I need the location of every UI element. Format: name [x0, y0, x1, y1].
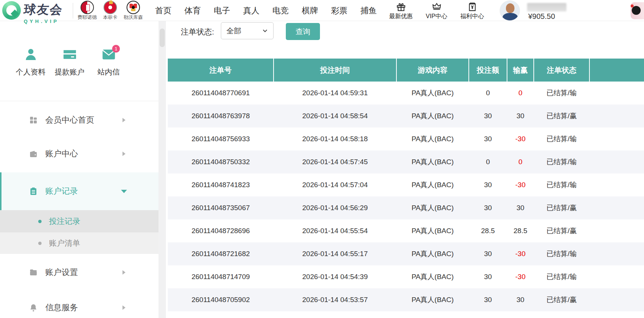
profile-shortcut[interactable]: 个人资料 [11, 47, 50, 77]
quick-label: 福利中心 [460, 13, 484, 20]
cell-extra [589, 265, 644, 288]
sidebar-item-member-home[interactable]: 会员中心首页 [0, 109, 158, 131]
sidebar-item-label: 账户设置 [45, 267, 78, 278]
cell-extra [589, 105, 644, 127]
cell-time: 2026-01-14 04:55:54 [274, 219, 396, 242]
sidebar-item-account-settings[interactable]: 账户设置 [0, 261, 158, 284]
folder-icon [29, 268, 38, 277]
avatar-head [506, 3, 514, 13]
chevron-down-icon [262, 28, 268, 34]
bet-status-select[interactable]: 全部 [221, 22, 274, 39]
cell-extra [589, 196, 644, 219]
promotions-button[interactable]: 最新优惠 [383, 0, 419, 21]
nav-sports[interactable]: 体育 [184, 5, 201, 16]
brand-text[interactable]: 球友会 QYH.VIP [24, 1, 63, 24]
user-avatar[interactable] [500, 0, 520, 21]
table-row: 2601140487706912026-01-14 04:59:31PA真人(B… [168, 82, 644, 105]
cell-extra [589, 173, 644, 196]
main-nav: 首页 体育 电子 真人 电竞 棋牌 彩票 捕鱼 [155, 0, 377, 21]
cell-status: 已结算/赢 [534, 196, 589, 219]
cell-status: 已结算/输 [534, 173, 589, 196]
leverkusen-crest-icon [127, 1, 140, 14]
profile-shortcuts: 个人资料 提款账户 1 站内信 [11, 47, 128, 77]
partner-leverkusen: 勒沃库森 [122, 0, 145, 21]
table-row: 2601140487569332026-01-14 04:58:18PA真人(B… [168, 127, 644, 150]
cell-time: 2026-01-14 04:56:29 [274, 196, 396, 219]
sidebar-item-account-records[interactable]: 账户记录 [0, 180, 158, 202]
shortcut-label: 站内信 [98, 67, 120, 77]
dashboard-icon [29, 115, 38, 125]
welfare-center-button[interactable]: 福利中心 [454, 0, 490, 21]
col-bet-amount: 投注额 [469, 59, 507, 82]
nav-esports[interactable]: 电竞 [272, 5, 289, 16]
bet-status-filter-label: 注单状态: [181, 27, 214, 37]
benfica-crest-icon [104, 1, 117, 14]
table-row: 2601140487059022026-01-14 04:53:57PA真人(B… [168, 288, 644, 311]
nav-chess[interactable]: 棋牌 [302, 5, 318, 16]
cell-win-loss: 30 [507, 196, 534, 219]
avatar-body [503, 13, 518, 21]
nav-fishing[interactable]: 捕鱼 [360, 5, 377, 16]
cell-bet-no: 260114048735067 [168, 196, 274, 219]
cell-win-loss: 0 [507, 82, 534, 105]
person-icon [23, 47, 38, 62]
bank-card-icon [62, 47, 77, 62]
nav-home[interactable]: 首页 [155, 5, 171, 16]
quick-links: 最新优惠 VIP中心 福利中心 [383, 0, 490, 21]
cell-extra [589, 242, 644, 265]
cell-bet-no: 260114048741823 [168, 173, 274, 196]
nav-lottery[interactable]: 彩票 [331, 5, 347, 16]
scrollbar-thumb[interactable] [160, 29, 165, 47]
cell-win-loss: 30 [507, 288, 534, 311]
sidebar-item-account-records-active: 账户记录 [0, 172, 158, 210]
cell-time: 2026-01-14 04:58:54 [274, 105, 396, 127]
cell-game: PA真人(BAC) [396, 82, 469, 105]
cell-time: 2026-01-14 04:58:18 [274, 127, 396, 150]
partner-label: 勒沃库森 [122, 14, 145, 21]
cell-game: PA真人(BAC) [396, 105, 469, 127]
cell-game: PA真人(BAC) [396, 196, 469, 219]
cell-bet-no: 260114048705902 [168, 288, 274, 311]
floating-service-widget[interactable] [631, 2, 644, 19]
cell-partial [168, 311, 644, 318]
main-content: 注单状态: 全部 查询 注单号 投注时间 游戏内容 投注额 输赢 注单状态 26… [166, 21, 644, 318]
table-row-partial [168, 311, 644, 318]
sidebar-subitem-bet-records[interactable]: 投注记录 [0, 210, 158, 232]
scrollbar-track[interactable] [158, 21, 166, 318]
search-button[interactable]: 查询 [286, 23, 320, 40]
partner-label: 费耶诺德 [76, 14, 99, 21]
table-header-row: 注单号 投注时间 游戏内容 投注额 输赢 注单状态 [168, 59, 644, 82]
sidebar-subitem-account-statement[interactable]: 账户清单 [0, 232, 158, 254]
nav-slots[interactable]: 电子 [214, 5, 230, 16]
table-row: 2601140487418232026-01-14 04:57:04PA真人(B… [168, 173, 644, 196]
sidebar-item-account-center[interactable]: 账户中心 [0, 143, 158, 165]
cell-status: 已结算/输 [534, 150, 589, 173]
cell-game: PA真人(BAC) [396, 173, 469, 196]
vip-center-button[interactable]: VIP中心 [419, 0, 454, 21]
cell-time: 2026-01-14 04:54:39 [274, 265, 396, 288]
nav-live[interactable]: 真人 [243, 5, 259, 16]
cell-amount: 30 [469, 242, 507, 265]
cell-extra [589, 127, 644, 150]
sidebar-subitem-label: 投注记录 [49, 216, 80, 226]
cell-win-loss: -30 [507, 173, 534, 196]
withdraw-account-shortcut[interactable]: 提款账户 [50, 47, 89, 77]
sidebar-subitem-label: 账户清单 [49, 238, 80, 248]
inbox-shortcut[interactable]: 1 站内信 [89, 47, 128, 77]
quick-label: 最新优惠 [389, 13, 413, 20]
cell-amount: 0 [469, 82, 507, 105]
balance-amount: ¥905.50 [528, 12, 555, 21]
bullet-icon [38, 220, 42, 223]
welfare-yuan-icon [467, 2, 477, 12]
cell-bet-no: 260114048714709 [168, 265, 274, 288]
brand-logo-icon[interactable] [2, 1, 21, 20]
cell-amount: 30 [469, 127, 507, 150]
cell-amount: 28.5 [469, 219, 507, 242]
chevron-right-icon [122, 270, 125, 275]
cell-win-loss: -30 [507, 127, 534, 150]
quick-label: VIP中心 [426, 13, 447, 20]
sidebar-item-message-service[interactable]: 信息服务 [0, 297, 158, 318]
col-win-loss: 输赢 [507, 59, 534, 82]
partner-benfica: 本菲卡 [99, 0, 122, 21]
cell-amount: 30 [469, 196, 507, 219]
